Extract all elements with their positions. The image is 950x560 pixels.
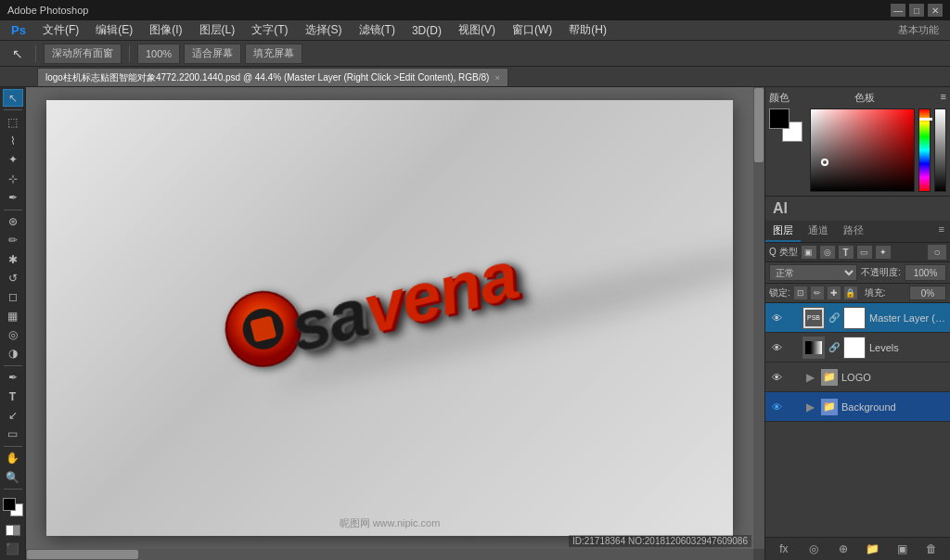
delete-layer-button[interactable]: 🗑	[923, 541, 940, 557]
color-spectrum-bar[interactable]	[918, 108, 931, 192]
zoom-level-button[interactable]: 100%	[137, 44, 180, 64]
horizontal-scrollbar-thumb[interactable]	[27, 550, 138, 559]
filter-text-icon[interactable]: T	[839, 246, 854, 259]
quick-select-tool[interactable]: ✦	[3, 151, 23, 169]
layer-eye-master[interactable]: 👁	[769, 311, 784, 325]
foreground-color-box[interactable]	[769, 108, 790, 129]
menu-window[interactable]: 窗口(W)	[505, 20, 559, 40]
canvas-area: savena 昵图网 www.nipic.com ID:21718364 NO:…	[26, 87, 764, 560]
pen-tool[interactable]: ✒	[3, 369, 23, 387]
add-mask-button[interactable]: ◎	[805, 541, 822, 557]
screen-mode[interactable]: ⬛	[3, 541, 23, 558]
tool-sep-4	[4, 446, 22, 447]
foreground-color-swatch[interactable]	[3, 498, 16, 511]
new-adjustment-button[interactable]: ⊕	[835, 541, 852, 557]
menu-text[interactable]: 文字(T)	[244, 20, 295, 40]
id-watermark: ID:21718364 NO:20181206032947609086	[569, 535, 751, 547]
tab-channels[interactable]: 通道	[801, 221, 836, 242]
folder-icon-logo: 📁	[821, 369, 838, 386]
quick-mask-mode[interactable]	[3, 521, 23, 539]
new-group-button[interactable]: 📁	[864, 541, 880, 557]
clone-stamp-tool[interactable]: ✱	[3, 250, 23, 268]
eraser-tool[interactable]: ◻	[3, 288, 23, 306]
minimize-button[interactable]: —	[891, 4, 905, 17]
lock-transparent-icon[interactable]: ⊡	[794, 286, 807, 299]
spot-heal-tool[interactable]: ⊛	[3, 213, 23, 231]
layer-eye-logo[interactable]: 👁	[769, 370, 784, 385]
menu-file[interactable]: 文件(F)	[35, 20, 86, 40]
menu-layer[interactable]: 图层(L)	[192, 20, 243, 40]
layer-folder-arrow-background[interactable]: ▶	[802, 400, 817, 414]
lock-position-icon[interactable]: ✚	[828, 286, 841, 299]
color-swatch-area[interactable]	[1, 496, 25, 518]
crop-tool[interactable]: ⊹	[3, 170, 23, 187]
eyedropper-tool[interactable]: ✒	[3, 188, 23, 206]
add-style-button[interactable]: fx	[776, 541, 792, 557]
menu-view[interactable]: 视图(V)	[451, 20, 503, 40]
menu-select[interactable]: 选择(S)	[298, 20, 350, 40]
fill-screen-button[interactable]: 填充屏幕	[245, 44, 302, 64]
blur-tool[interactable]: ◎	[3, 325, 23, 343]
shape-tool[interactable]: ▭	[3, 426, 23, 443]
ai-tool-label: AI	[765, 197, 950, 221]
layers-panel-menu[interactable]: ≡	[933, 221, 950, 242]
layers-footer: fx ◎ ⊕ 📁 ▣ 🗑	[765, 537, 950, 560]
filter-pixel-icon[interactable]: ▣	[802, 246, 816, 259]
vertical-scrollbar[interactable]	[753, 87, 764, 549]
menu-3d[interactable]: 3D(D)	[404, 22, 449, 39]
lock-all-icon[interactable]: 🔒	[844, 286, 857, 299]
lock-label: 锁定:	[769, 286, 790, 299]
maximize-button[interactable]: □	[909, 4, 924, 17]
filter-shape-icon[interactable]: ▭	[857, 246, 872, 259]
tab-layers[interactable]: 图层	[765, 221, 801, 242]
close-button[interactable]: ✕	[928, 4, 943, 17]
color-gradient-picker[interactable]	[810, 108, 915, 192]
hand-tool[interactable]: ✋	[3, 450, 23, 467]
filter-adjust-icon[interactable]: ◎	[820, 246, 835, 259]
window-controls[interactable]: — □ ✕	[891, 4, 943, 17]
document-tab[interactable]: logo柱机标志贴图智能对象4772.2200.1440.psd @ 44.4%…	[37, 68, 508, 86]
filter-label: Q 类型	[769, 246, 798, 259]
layer-eye-background[interactable]: 👁	[769, 400, 784, 414]
show-all-windows-button[interactable]: 深动所有面窗	[44, 44, 122, 64]
horizontal-scrollbar[interactable]	[26, 549, 753, 560]
layer-row-background[interactable]: 👁 ▶ 📁 Background	[765, 392, 950, 422]
brightness-bar[interactable]	[934, 108, 946, 192]
lasso-tool[interactable]: ⌇	[3, 132, 23, 149]
text-tool[interactable]: T	[3, 388, 23, 405]
blend-mode-select[interactable]: 正常 溶解 正片叠底	[769, 264, 857, 281]
color-panel-title: 颜色	[769, 91, 790, 105]
layer-row-levels[interactable]: 👁 🔗 Levels	[765, 333, 950, 363]
vertical-scrollbar-thumb[interactable]	[754, 88, 764, 162]
panel-menu-icon[interactable]: ≡	[941, 91, 946, 105]
layer-filter-row: Q 类型 ▣ ◎ T ▭ ✦ ○	[765, 243, 950, 262]
tab-close-button[interactable]: ×	[494, 73, 499, 83]
menu-edit[interactable]: 编辑(E)	[88, 20, 140, 40]
menu-help[interactable]: 帮助(H)	[561, 20, 614, 40]
menu-image[interactable]: 图像(I)	[142, 20, 189, 40]
gradient-tool[interactable]: ▦	[3, 307, 23, 325]
tab-paths[interactable]: 路径	[836, 221, 871, 242]
menu-filter[interactable]: 滤镜(T)	[352, 20, 403, 40]
new-layer-button[interactable]: ▣	[893, 541, 910, 557]
layer-name-master: Master Layer (Right Click...	[869, 312, 946, 324]
filter-toggle[interactable]: ○	[928, 245, 946, 260]
brush-tool[interactable]: ✏	[3, 232, 23, 249]
lock-image-icon[interactable]: ✏	[811, 286, 824, 299]
layer-row-logo[interactable]: 👁 ▶ 📁 LOGO	[765, 363, 950, 392]
color-picker-area	[769, 108, 946, 192]
layer-folder-arrow-logo[interactable]: ▶	[802, 370, 817, 385]
layer-row-master[interactable]: 👁 PSB 🔗 Master Layer (Right Click...	[765, 303, 950, 333]
fg-bg-colors[interactable]	[769, 108, 802, 142]
move-tool[interactable]: ↖	[3, 89, 23, 107]
fill-input[interactable]	[909, 286, 946, 300]
dodge-tool[interactable]: ◑	[3, 345, 23, 363]
history-brush-tool[interactable]: ↺	[3, 269, 23, 286]
marquee-tool[interactable]: ⬚	[3, 113, 23, 131]
zoom-tool[interactable]: 🔍	[3, 468, 23, 486]
filter-smart-icon[interactable]: ✦	[876, 246, 891, 259]
fit-screen-button[interactable]: 适合屏幕	[184, 44, 241, 64]
opacity-input[interactable]	[905, 264, 946, 281]
layer-eye-levels[interactable]: 👁	[769, 340, 784, 355]
path-select-tool[interactable]: ↙	[3, 406, 23, 424]
